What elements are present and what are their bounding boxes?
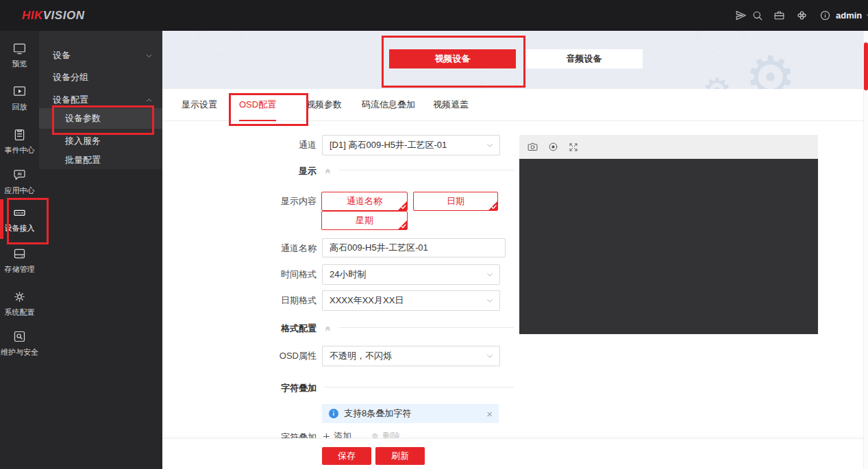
tab-label: 音频设备 (567, 53, 602, 65)
channel-name-input[interactable] (322, 238, 506, 257)
sidebar-item-label: 应用中心 (5, 186, 35, 196)
toggle-channel-name[interactable]: 通道名称 (321, 192, 408, 211)
sidebar-item-playback[interactable]: 回放 (0, 84, 39, 112)
tab-osd-config[interactable]: OSD配置 (239, 89, 276, 121)
submenu-group-device[interactable]: 设备 (39, 45, 162, 66)
storage-icon (12, 246, 27, 261)
overlay-info-banner: 支持8条叠加字符 × (322, 404, 499, 423)
channel-select[interactable]: [D1] 高石009-H5井-工艺区-01 (322, 135, 500, 155)
tab-label: 视频设备 (435, 53, 471, 65)
submenu-item-label: 批量配置 (65, 154, 101, 166)
tab-video-mask[interactable]: 视频遮盖 (433, 89, 469, 120)
tab-label: 视频参数 (306, 99, 342, 110)
time-format-label: 时间格式 (245, 268, 317, 281)
preview-icon (12, 41, 27, 55)
osd-attribute-select[interactable]: 不透明，不闪烁 (322, 346, 500, 366)
active-nav-indicator (0, 199, 3, 239)
sidebar-item-label: 回放 (12, 102, 27, 112)
top-bar: HIKVISION admin (0, 0, 868, 31)
sidebar-item-app-center[interactable]: AI 应用中心 (0, 168, 39, 196)
scrollbar-thumb[interactable] (864, 42, 868, 90)
sidebar-item-device-access[interactable]: 设备接入 (0, 205, 39, 233)
sidebar-item-storage[interactable]: 存储管理 (0, 246, 39, 275)
gear-icon (12, 290, 27, 304)
gear-decoration: ⚙ (702, 73, 732, 89)
tab-video-devices[interactable]: 视频设备 (389, 49, 516, 68)
fullscreen-icon[interactable] (568, 142, 579, 153)
close-icon[interactable]: × (486, 409, 493, 419)
time-format-value: 24小时制 (330, 268, 366, 281)
time-format-select[interactable]: 24小时制 (322, 264, 500, 285)
user-menu[interactable]: admin (836, 0, 868, 31)
date-format-label: 日期格式 (245, 294, 317, 307)
gear-decoration: ⚙ (745, 49, 796, 89)
toggle-date[interactable]: 日期 (413, 192, 498, 211)
tab-label: 显示设置 (182, 99, 217, 110)
display-content-label: 显示内容 (245, 195, 317, 207)
tab-label: 视频遮盖 (433, 99, 469, 110)
toggle-label: 通道名称 (347, 195, 382, 207)
save-button[interactable]: 保存 (322, 447, 371, 465)
collapse-icon[interactable] (324, 166, 332, 174)
sidebar-item-system-config[interactable]: 系统配置 (0, 290, 39, 318)
submenu-group-label: 设备 (53, 49, 71, 62)
search-icon[interactable] (748, 0, 766, 31)
collapse-icon[interactable] (324, 324, 332, 331)
sidebar-item-maintenance[interactable]: 维护与安全 (0, 329, 39, 357)
check-icon (400, 203, 407, 210)
submenu-item-device-groups[interactable]: 设备分组 (39, 67, 162, 88)
snapshot-icon[interactable] (527, 141, 538, 153)
tab-display-settings[interactable]: 显示设置 (182, 89, 217, 120)
format-section-header: 格式配置 (245, 322, 317, 335)
maintenance-icon (12, 329, 27, 344)
chevron-down-icon (486, 141, 494, 149)
chevron-down-icon (486, 352, 494, 360)
channel-name-label: 通道名称 (245, 242, 317, 255)
section-divider (324, 387, 514, 388)
check-icon (491, 203, 497, 210)
send-icon[interactable] (732, 0, 749, 31)
date-format-select[interactable]: XXXX年XX月XX日 (322, 290, 500, 311)
cube-decoration (197, 31, 243, 58)
chevron-down-icon (486, 296, 494, 305)
sidebar-item-label: 设备接入 (5, 223, 35, 233)
submenu-item-access-service[interactable]: 接入服务 (39, 131, 162, 151)
chevron-up-icon (145, 97, 153, 104)
refresh-button[interactable]: 刷新 (375, 447, 425, 465)
banner-text: 支持8条叠加字符 (344, 407, 411, 420)
check-icon (400, 223, 407, 229)
submenu-item-device-parameters[interactable]: 设备参数 (39, 108, 162, 129)
chevron-down-icon (145, 52, 153, 60)
event-center-icon (12, 127, 27, 142)
toggle-week[interactable]: 星期 (321, 211, 408, 230)
osd-attribute-value: 不透明，不闪烁 (330, 350, 392, 362)
channel-select-value: [D1] 高石009-H5井-工艺区-01 (330, 139, 447, 151)
device-type-band: ⚙ ⚙ 视频设备 音频设备 (162, 31, 868, 89)
osd-attribute-label: OSD属性 (245, 350, 317, 362)
toolbox-icon[interactable] (770, 0, 788, 31)
apps-icon[interactable] (793, 0, 810, 31)
hikvision-logo: HIKVISION (22, 0, 84, 31)
chevron-down-icon (486, 270, 494, 279)
svg-text:AI: AI (17, 171, 21, 176)
sidebar-item-label: 系统配置 (5, 307, 35, 318)
logo-vision: VISION (43, 9, 85, 23)
section-divider (339, 327, 514, 328)
sidebar-item-preview[interactable]: 预览 (0, 41, 39, 69)
logo-hik: HIK (22, 9, 43, 23)
tab-video-parameters[interactable]: 视频参数 (306, 89, 342, 120)
record-icon[interactable] (547, 141, 559, 153)
config-tab-bar: 显示设置 OSD配置 视频参数 码流信息叠加 视频遮盖 (162, 89, 868, 121)
submenu-item-device-config[interactable]: 设备配置 (39, 90, 162, 110)
sidebar-item-event-center[interactable]: 事件中心 (0, 127, 39, 155)
scrollbar-track[interactable] (863, 31, 868, 469)
submenu-item-batch-config[interactable]: 批量配置 (39, 150, 162, 170)
sidebar-item-label: 事件中心 (5, 145, 35, 155)
tab-audio-devices[interactable]: 音频设备 (525, 49, 643, 68)
sidebar-item-label: 预览 (12, 59, 27, 69)
tab-stream-info-overlay[interactable]: 码流信息叠加 (362, 89, 415, 120)
tab-label: OSD配置 (239, 99, 276, 110)
info-icon[interactable] (816, 0, 834, 31)
video-preview-area (519, 159, 818, 334)
sidebar-item-label: 存储管理 (5, 264, 35, 275)
